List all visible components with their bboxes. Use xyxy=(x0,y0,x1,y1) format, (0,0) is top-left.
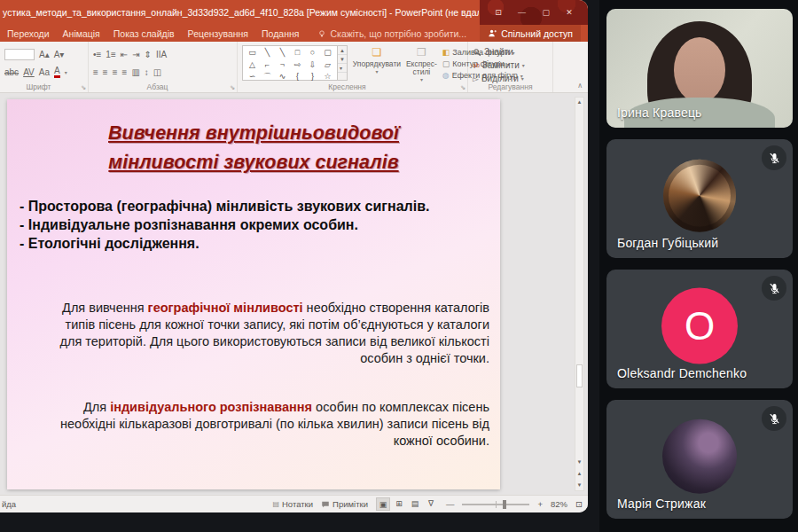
dialog-launcher-icon[interactable]: ⇘ xyxy=(81,84,86,91)
comment-icon xyxy=(321,500,330,509)
shape-icon[interactable]: △ xyxy=(245,59,260,72)
quick-styles-label: Експрес-стилі xyxy=(406,60,437,76)
shrink-font-button[interactable]: А▾ xyxy=(54,50,65,59)
slideshow-view-button[interactable]: ∇ xyxy=(424,497,438,511)
replace-label: Замінити xyxy=(482,60,520,70)
dialog-launcher-icon[interactable]: ⇘ xyxy=(460,84,466,91)
numbering-button[interactable]: 1≡ xyxy=(106,50,115,59)
notes-toggle[interactable]: ▤ Нотатки xyxy=(272,499,313,509)
close-icon[interactable]: ✕ xyxy=(566,9,573,17)
tab-transitions[interactable]: Переходи xyxy=(7,28,50,39)
slide-canvas[interactable]: Вивчення внутрішньовидової мінливості зв… xyxy=(7,99,500,489)
scrollbar-thumb[interactable] xyxy=(576,364,583,387)
font-color-button[interactable]: А xyxy=(54,66,60,78)
increase-indent-button[interactable]: ⇥ xyxy=(132,50,139,59)
character-spacing-button[interactable]: AV xyxy=(23,67,35,77)
quick-styles-button[interactable]: ❒ Експрес-стилі ▾ xyxy=(406,45,437,81)
shape-icon[interactable]: { xyxy=(290,71,305,83)
shape-icon[interactable]: ⌒ xyxy=(260,71,275,83)
select-caret-icon: ▾ xyxy=(521,75,524,82)
bullets-button[interactable]: •≡ xyxy=(93,50,101,59)
font-size-box[interactable] xyxy=(4,49,35,60)
align-text-button[interactable]: ↕ xyxy=(145,67,149,77)
replace-button[interactable]: ab Замінити ▾ xyxy=(473,59,548,71)
shape-icon[interactable]: ⌐ xyxy=(260,59,275,72)
zoom-level[interactable]: 82% xyxy=(551,499,567,509)
zoom-in-button[interactable]: + xyxy=(537,499,543,509)
participant-tile[interactable]: Ірина Кравець xyxy=(606,9,793,128)
tell-me-box[interactable]: Скажіть, що потрібно зробити... xyxy=(317,28,466,39)
convert-smartart-button[interactable]: ◫ xyxy=(153,67,161,77)
shape-icon[interactable]: ¬ xyxy=(275,59,290,72)
grow-font-button[interactable]: А▴ xyxy=(39,50,50,59)
vertical-scrollbar[interactable]: ▲ ▼ ▲ ▼ xyxy=(575,97,584,491)
shape-icon[interactable]: ⇨ xyxy=(290,59,305,72)
reading-view-button[interactable]: ▤ xyxy=(408,497,422,511)
zoom-out-button[interactable]: — xyxy=(446,499,455,509)
scroll-down-icon[interactable]: ▼ xyxy=(575,458,583,467)
tab-review[interactable]: Рецензування xyxy=(188,28,248,39)
shape-icon[interactable]: ▢ xyxy=(320,47,335,59)
justify-button[interactable]: ≡ xyxy=(122,67,128,77)
shape-icon[interactable]: ∿ xyxy=(275,71,290,83)
tell-me-label: Скажіть, що потрібно зробити... xyxy=(330,28,466,39)
ribbon-options-icon[interactable]: ⊡ xyxy=(495,9,502,17)
font-color-caret-icon[interactable]: ▾ xyxy=(65,69,67,75)
text-direction-button[interactable]: ІІА xyxy=(156,50,167,59)
slide-sorter-view-button[interactable]: ⊞ xyxy=(392,497,406,511)
ppt-title-bar[interactable]: устика_методи_та_використання_онлайн_3d3… xyxy=(0,0,588,25)
shape-icon[interactable]: ∽ xyxy=(245,71,260,83)
slide-bullet-list[interactable]: - Просторова (географічна) мінливість зв… xyxy=(20,197,447,253)
find-button[interactable]: Знайти xyxy=(473,46,548,58)
participant-tile[interactable]: O Oleksandr Demchenko xyxy=(606,270,793,388)
maximize-icon[interactable]: ▢ xyxy=(542,9,550,17)
minimize-icon[interactable]: — xyxy=(518,9,526,17)
decrease-indent-button[interactable]: ⇤ xyxy=(121,50,128,59)
align-right-button[interactable]: ≡ xyxy=(113,67,118,77)
paragraph-text: Для xyxy=(83,400,110,414)
align-left-button[interactable]: ≡ xyxy=(93,67,98,77)
line-spacing-button[interactable]: ⇕ xyxy=(145,50,152,59)
collapse-ribbon-icon[interactable]: ∧ xyxy=(577,82,583,90)
strikethrough-button[interactable]: abc xyxy=(4,67,19,77)
dialog-launcher-icon[interactable]: ⇘ xyxy=(230,84,235,91)
slide-paragraph-individual[interactable]: Для індивідуального розпізнавання особин… xyxy=(43,399,489,450)
participant-tile[interactable]: Богдан Губіцький xyxy=(606,139,793,258)
shape-icon[interactable]: ○ xyxy=(305,47,320,59)
tab-animations[interactable]: Анімація xyxy=(63,28,100,39)
shape-icon[interactable]: ▭ xyxy=(245,47,260,59)
shapes-scroll-down-icon[interactable]: ▼ xyxy=(338,55,347,64)
shape-icon[interactable]: □ xyxy=(290,47,305,59)
participants-panel: Ірина Кравець Богдан Губіцький O Oleksan… xyxy=(599,0,798,532)
shape-icon[interactable]: ⇩ xyxy=(305,59,320,72)
zoom-slider-thumb[interactable] xyxy=(503,500,506,509)
shapes-scroll-up-icon[interactable]: ▲ xyxy=(338,46,347,55)
columns-button[interactable]: ▥ xyxy=(131,67,139,77)
normal-view-button[interactable]: ▣ xyxy=(376,497,390,511)
shape-icon[interactable]: ╲ xyxy=(275,47,290,59)
next-slide-icon[interactable]: ▼ xyxy=(575,481,583,490)
share-button[interactable]: Спільний доступ xyxy=(480,25,581,42)
magnifier-icon xyxy=(473,48,481,57)
tab-view[interactable]: Подання xyxy=(262,28,299,39)
shapes-more-icon[interactable]: ▾ xyxy=(338,64,347,73)
bullet-item: - Етологічні дослідження. xyxy=(20,234,447,253)
align-center-button[interactable]: ≡ xyxy=(103,67,108,77)
shape-icon[interactable]: ☆ xyxy=(320,71,335,83)
replace-caret-icon: ▾ xyxy=(522,62,525,68)
comments-toggle[interactable]: Примітки xyxy=(321,499,368,509)
slide-title[interactable]: Вивчення внутрішньовидової мінливості зв… xyxy=(7,119,500,178)
previous-slide-icon[interactable]: ▲ xyxy=(575,469,583,479)
arrange-button[interactable]: ❏ Упорядкувати ▾ xyxy=(353,45,401,81)
tab-slideshow[interactable]: Показ слайдів xyxy=(113,28,175,39)
shape-effects-icon: ◍ xyxy=(442,71,450,80)
slide-paragraph-geographic[interactable]: Для вивчення географічної мінливості нео… xyxy=(43,300,489,366)
change-case-button[interactable]: Аа xyxy=(39,67,50,77)
shape-icon[interactable]: ▱ xyxy=(320,59,335,72)
shape-icon[interactable]: ╲ xyxy=(260,47,275,59)
shape-icon[interactable]: } xyxy=(305,71,320,83)
participant-tile[interactable]: Марія Стрижак xyxy=(606,400,793,519)
zoom-slider[interactable] xyxy=(462,504,529,505)
fit-slide-button[interactable]: ⊡ xyxy=(575,499,583,509)
scroll-up-icon[interactable]: ▲ xyxy=(575,98,583,107)
